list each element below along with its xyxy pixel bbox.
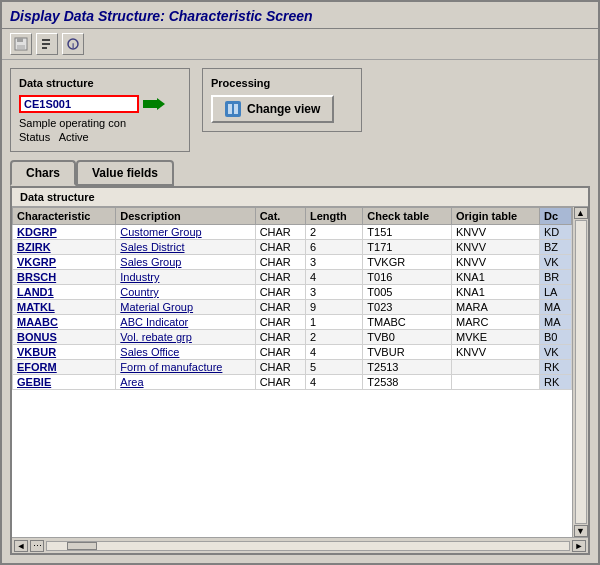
change-view-icon — [225, 101, 241, 117]
col-header-check-table: Check table — [363, 208, 452, 225]
cell-description[interactable]: Customer Group — [116, 225, 255, 240]
table-row: BZIRKSales DistrictCHAR6T171KNVVBZ — [13, 240, 572, 255]
arrow-icon — [143, 97, 165, 111]
tab-content: Data structure Characteristic Descriptio… — [10, 186, 590, 555]
find-button[interactable] — [36, 33, 58, 55]
svg-text:i: i — [72, 41, 74, 50]
cell-characteristic[interactable]: BONUS — [13, 330, 116, 345]
cell-length: 4 — [306, 375, 363, 390]
cell-cat: CHAR — [255, 375, 305, 390]
cell-dc: B0 — [539, 330, 571, 345]
processing-panel: Processing Change view — [202, 68, 362, 132]
cell-dc: MA — [539, 315, 571, 330]
cell-characteristic[interactable]: MAABC — [13, 315, 116, 330]
cell-characteristic[interactable]: VKBUR — [13, 345, 116, 360]
svg-rect-5 — [42, 47, 47, 49]
cell-origin-table: KNA1 — [452, 285, 540, 300]
top-panels: Data structure Sample operating con Stat… — [10, 68, 590, 152]
cell-characteristic[interactable]: BRSCH — [13, 270, 116, 285]
svg-rect-4 — [42, 43, 50, 45]
cell-dc: MA — [539, 300, 571, 315]
col-header-description: Description — [116, 208, 255, 225]
table-row: VKBURSales OfficeCHAR4TVBURKNVVVK — [13, 345, 572, 360]
cell-origin-table: MARA — [452, 300, 540, 315]
cell-dc: VK — [539, 345, 571, 360]
col-header-characteristic: Characteristic — [13, 208, 116, 225]
cell-check-table: T151 — [363, 225, 452, 240]
cell-check-table: TMABC — [363, 315, 452, 330]
cell-description[interactable]: Material Group — [116, 300, 255, 315]
cell-characteristic[interactable]: EFORM — [13, 360, 116, 375]
change-view-button[interactable]: Change view — [211, 95, 334, 123]
cell-cat: CHAR — [255, 285, 305, 300]
cell-cat: CHAR — [255, 300, 305, 315]
table-header-row: Characteristic Description Cat. Length C… — [13, 208, 572, 225]
processing-panel-title: Processing — [211, 77, 353, 89]
scroll-left-btn[interactable]: ◄ — [14, 540, 28, 552]
table-row: KDGRPCustomer GroupCHAR2T151KNVVKD — [13, 225, 572, 240]
cell-origin-table — [452, 360, 540, 375]
scroll-down-btn[interactable]: ▼ — [574, 525, 588, 537]
tab-chars[interactable]: Chars — [10, 160, 76, 186]
cell-description[interactable]: Form of manufacture — [116, 360, 255, 375]
cell-description[interactable]: Country — [116, 285, 255, 300]
main-window: Display Data Structure: Characteristic S… — [0, 0, 600, 565]
scroll-up-btn[interactable]: ▲ — [574, 207, 588, 219]
cell-origin-table: KNA1 — [452, 270, 540, 285]
scroll-thumb[interactable] — [67, 542, 97, 550]
cell-length: 1 — [306, 315, 363, 330]
cell-check-table: TVB0 — [363, 330, 452, 345]
cell-origin-table: MARC — [452, 315, 540, 330]
horizontal-scrollbar[interactable]: ◄ ⋯ ► — [12, 537, 588, 553]
cell-description[interactable]: Industry — [116, 270, 255, 285]
scroll-right-btn[interactable]: ► — [572, 540, 586, 552]
save-button[interactable] — [10, 33, 32, 55]
cell-origin-table: MVKE — [452, 330, 540, 345]
cell-characteristic[interactable]: MATKL — [13, 300, 116, 315]
cell-length: 6 — [306, 240, 363, 255]
cell-length: 2 — [306, 225, 363, 240]
cell-check-table: T005 — [363, 285, 452, 300]
cell-check-table: TVKGR — [363, 255, 452, 270]
toolbar: i — [2, 29, 598, 60]
cell-check-table: TVBUR — [363, 345, 452, 360]
cell-dc: KD — [539, 225, 571, 240]
cell-description[interactable]: Sales Group — [116, 255, 255, 270]
cell-description[interactable]: ABC Indicator — [116, 315, 255, 330]
cell-cat: CHAR — [255, 255, 305, 270]
table-row: MAABCABC IndicatorCHAR1TMABCMARCMA — [13, 315, 572, 330]
cell-cat: CHAR — [255, 225, 305, 240]
cell-description[interactable]: Vol. rebate grp — [116, 330, 255, 345]
info-button[interactable]: i — [62, 33, 84, 55]
cell-cat: CHAR — [255, 240, 305, 255]
table-scroll: Characteristic Description Cat. Length C… — [12, 207, 572, 537]
tabs-row: Chars Value fields — [10, 160, 590, 186]
cell-origin-table: KNVV — [452, 255, 540, 270]
status-value: Active — [59, 131, 89, 143]
title-bar: Display Data Structure: Characteristic S… — [2, 2, 598, 29]
cell-length: 4 — [306, 345, 363, 360]
cell-length: 2 — [306, 330, 363, 345]
scroll-dots-btn[interactable]: ⋯ — [30, 540, 44, 552]
col-header-cat: Cat. — [255, 208, 305, 225]
vertical-scrollbar[interactable]: ▲ ▼ — [572, 207, 588, 537]
cell-description[interactable]: Sales District — [116, 240, 255, 255]
cell-characteristic[interactable]: KDGRP — [13, 225, 116, 240]
data-structure-panel: Data structure Sample operating con Stat… — [10, 68, 190, 152]
data-structure-input[interactable] — [19, 95, 139, 113]
cell-check-table: T023 — [363, 300, 452, 315]
cell-characteristic[interactable]: VKGRP — [13, 255, 116, 270]
scroll-track — [46, 541, 570, 551]
tab-value-fields[interactable]: Value fields — [76, 160, 174, 186]
cell-description[interactable]: Sales Office — [116, 345, 255, 360]
cell-characteristic[interactable]: BZIRK — [13, 240, 116, 255]
table-row: VKGRPSales GroupCHAR3TVKGRKNVVVK — [13, 255, 572, 270]
svg-rect-10 — [234, 104, 238, 114]
svg-rect-9 — [228, 104, 232, 114]
cell-length: 3 — [306, 255, 363, 270]
table-row: BONUSVol. rebate grpCHAR2TVB0MVKEB0 — [13, 330, 572, 345]
cell-description[interactable]: Area — [116, 375, 255, 390]
col-header-origin-table: Origin table — [452, 208, 540, 225]
cell-characteristic[interactable]: GEBIE — [13, 375, 116, 390]
cell-characteristic[interactable]: LAND1 — [13, 285, 116, 300]
